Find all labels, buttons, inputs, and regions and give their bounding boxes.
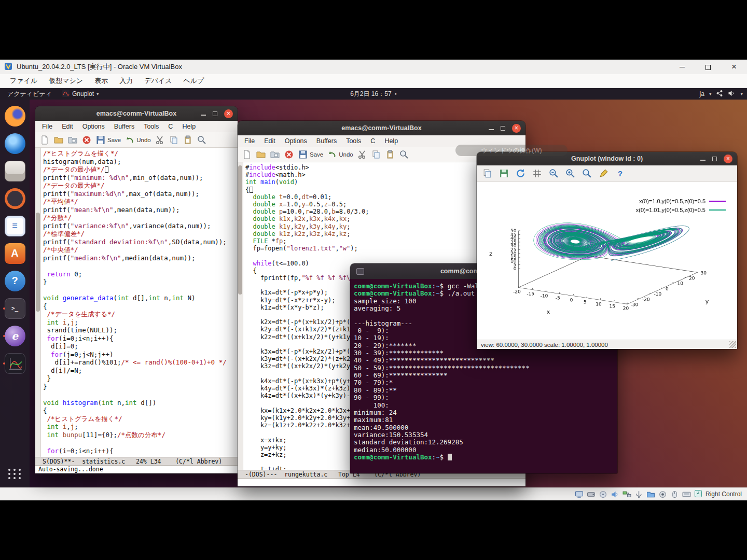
search-button[interactable] — [399, 149, 409, 160]
emacs-buffer[interactable]: /*ヒストグラムを描く*/histogram(num,data);/*データの最… — [35, 148, 238, 457]
minimize-button[interactable] — [700, 157, 706, 161]
scrollbar[interactable] — [238, 162, 243, 470]
dock-item-ubuntu-software[interactable]: A — [2, 242, 28, 265]
menu-item-入力[interactable]: 入力 — [114, 75, 139, 87]
hard-disk-icon[interactable] — [587, 491, 596, 498]
menu-item-Tools[interactable]: Tools — [341, 136, 366, 146]
close-button[interactable]: × — [512, 124, 521, 133]
resize-grip[interactable] — [729, 341, 736, 348]
menu-item-C[interactable]: C — [366, 136, 380, 146]
maximize-button[interactable] — [213, 111, 217, 116]
shared-folder-icon[interactable] — [646, 491, 655, 498]
mouse-integration-icon[interactable] — [670, 491, 679, 498]
virtualbox-titlebar[interactable]: Ubuntu_20.04.2.0_LTS [実行中] - Oracle VM V… — [0, 60, 747, 74]
search-button[interactable] — [197, 135, 207, 145]
dock-item-gnuplot[interactable] — [2, 352, 28, 375]
menu-item-C[interactable]: C — [163, 122, 177, 131]
window-titlebar[interactable]: emacs@comm-VirtualBox × — [35, 106, 238, 121]
dock-item-files[interactable] — [2, 159, 28, 183]
close-buffer-button[interactable] — [81, 135, 92, 145]
input-source-indicator[interactable]: ja — [700, 90, 704, 97]
cut-button[interactable] — [357, 149, 367, 160]
menu-item-Help[interactable]: Help — [380, 136, 403, 146]
copy-button[interactable] — [169, 135, 179, 145]
annotate-button[interactable] — [598, 168, 609, 179]
network-icon[interactable] — [622, 491, 631, 498]
menu-item-Edit[interactable]: Edit — [259, 136, 280, 146]
minimize-button[interactable] — [489, 126, 494, 130]
copy-button[interactable] — [482, 168, 493, 179]
usb-icon[interactable] — [634, 491, 643, 498]
undo-button[interactable]: Undo — [125, 135, 151, 145]
grid-button[interactable] — [532, 168, 543, 179]
maximize-button[interactable] — [501, 126, 505, 131]
zoom-reset-button[interactable] — [582, 168, 592, 179]
dock-item-thunderbird[interactable] — [2, 132, 28, 155]
zoom-previous-button[interactable] — [548, 168, 559, 179]
dired-button[interactable] — [67, 135, 78, 145]
menu-item-仮想マシン[interactable]: 仮想マシン — [43, 75, 89, 87]
window-titlebar[interactable]: emacs@comm-VirtualBox × — [238, 121, 525, 135]
minimize-button[interactable] — [201, 111, 206, 116]
dock-item-rhythmbox[interactable] — [2, 187, 28, 210]
menu-item-Buffers[interactable]: Buffers — [312, 136, 341, 146]
minimize-button[interactable]: ─ — [669, 60, 695, 74]
volume-icon[interactable] — [728, 90, 736, 99]
maximize-button[interactable] — [695, 60, 721, 74]
close-button[interactable]: × — [724, 155, 732, 163]
dock-item-firefox[interactable] — [2, 104, 28, 128]
close-button[interactable]: × — [721, 60, 747, 74]
app-menu[interactable]: Gnuplot ▾ — [62, 90, 99, 99]
menu-item-ヘルプ[interactable]: ヘルプ — [177, 75, 210, 87]
activities-button[interactable]: アクティビティ — [0, 90, 59, 99]
menu-item-表示[interactable]: 表示 — [89, 75, 114, 87]
menu-item-Buffers[interactable]: Buffers — [109, 122, 139, 131]
new-file-button[interactable] — [242, 149, 252, 160]
dock-item-libreoffice-writer[interactable]: ≡ — [2, 214, 28, 237]
replot-button[interactable] — [515, 168, 526, 179]
display-icon[interactable] — [575, 491, 584, 498]
menu-item-デバイス[interactable]: デバイス — [139, 75, 177, 87]
close-buffer-button[interactable] — [284, 149, 294, 160]
menu-item-File[interactable]: File — [240, 136, 259, 146]
system-menu-chevron-icon[interactable]: ▾ — [740, 91, 743, 96]
terminal-output-line: 90 - 99): — [354, 394, 617, 401]
dock-item-terminal[interactable]: >_ — [2, 297, 28, 320]
export-button[interactable] — [499, 168, 509, 179]
menu-item-ファイル[interactable]: ファイル — [4, 75, 43, 87]
dired-button[interactable] — [270, 149, 280, 160]
open-folder-button[interactable] — [256, 149, 266, 160]
help-button[interactable]: ? — [615, 168, 626, 179]
save-button[interactable]: Save — [298, 149, 323, 160]
menu-item-File[interactable]: File — [37, 122, 57, 131]
paste-button[interactable] — [183, 135, 193, 145]
open-folder-button[interactable] — [53, 135, 64, 145]
menu-item-Edit[interactable]: Edit — [57, 122, 78, 131]
paste-button[interactable] — [385, 149, 395, 160]
recording-icon[interactable] — [658, 491, 667, 498]
menu-item-Tools[interactable]: Tools — [139, 122, 163, 131]
copy-button[interactable] — [371, 149, 381, 160]
scrollbar-thumb[interactable] — [36, 213, 40, 312]
maximize-button[interactable] — [712, 157, 717, 161]
dock-item-emacs[interactable]: e — [2, 324, 28, 347]
undo-button[interactable]: Undo — [327, 149, 353, 160]
clock[interactable]: 6月2日 16：57● — [0, 90, 747, 99]
save-button[interactable]: Save — [95, 135, 121, 145]
dock-item-help[interactable]: ? — [2, 269, 28, 292]
optical-drive-icon[interactable] — [599, 491, 607, 498]
menu-item-Help[interactable]: Help — [177, 122, 200, 131]
close-button[interactable]: × — [224, 109, 233, 118]
keyboard-icon[interactable] — [682, 491, 691, 498]
scrollbar[interactable] — [35, 148, 41, 457]
show-applications-button[interactable] — [8, 469, 22, 479]
zoom-next-button[interactable] — [565, 168, 576, 179]
menu-item-Options[interactable]: Options — [78, 122, 109, 131]
emacs-toolbar: SaveUndo — [35, 132, 238, 148]
scrollbar-thumb[interactable] — [238, 165, 242, 295]
share-icon[interactable] — [716, 90, 723, 99]
new-file-button[interactable] — [39, 135, 50, 145]
audio-icon[interactable] — [611, 491, 619, 498]
cut-button[interactable] — [155, 135, 165, 145]
menu-item-Options[interactable]: Options — [280, 136, 312, 146]
